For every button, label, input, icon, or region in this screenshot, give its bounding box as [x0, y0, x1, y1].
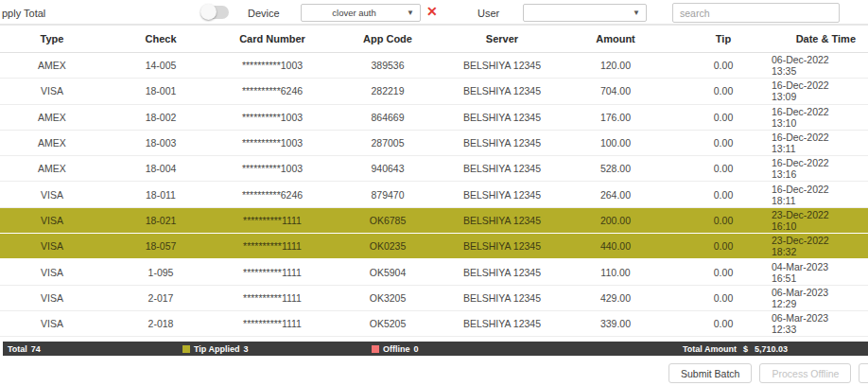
table-body: AMEX14-005**********1003389536BELSHIYA 1…: [0, 53, 868, 337]
total-amount-value: 5,710.03: [755, 344, 788, 354]
table-cell: 18-004: [104, 156, 217, 181]
table-cell: 04-Mar-2023 16:51: [772, 259, 868, 284]
table-cell: 18-002: [104, 105, 217, 130]
user-select[interactable]: ▼: [523, 4, 647, 22]
currency-symbol: $: [743, 344, 748, 354]
apply-total-toggle[interactable]: [202, 6, 229, 19]
offline-legend: Offline 0: [372, 344, 419, 354]
table-cell: 879470: [327, 182, 448, 206]
table-cell: 16-Dec-2022 13:10: [772, 105, 868, 130]
table-cell: 14-005: [104, 53, 217, 78]
tip-applied-count: 3: [244, 344, 249, 354]
table-row[interactable]: VISA1-095**********1111OK5904BELSHIYA 12…: [0, 259, 868, 285]
process-offline-button[interactable]: Process Offline: [759, 363, 851, 383]
table-cell: OK5904: [327, 259, 448, 284]
tip-applied-legend: Tip Applied 3: [182, 344, 249, 354]
table-cell: AMEX: [0, 105, 104, 130]
total-amount-label: Total Amount: [683, 344, 737, 354]
table-cell: BELSHIYA 12345: [448, 259, 556, 284]
table-cell: 200.00: [556, 208, 675, 233]
print-button[interactable]: Print: [859, 363, 868, 383]
table-cell: 2-018: [104, 311, 217, 336]
table-cell: OK6785: [327, 208, 448, 233]
table-cell: 0.00: [675, 259, 772, 284]
offline-count: 0: [414, 344, 419, 354]
chevron-down-icon: ▼: [407, 9, 420, 17]
table-cell: 16-Dec-2022 13:09: [772, 79, 868, 103]
table-row[interactable]: VISA18-011**********6246879470BELSHIYA 1…: [0, 182, 868, 207]
table-cell: 16-Dec-2022 18:11: [772, 182, 868, 206]
table-cell: 940643: [327, 156, 448, 181]
table-cell: 1-095: [104, 259, 217, 284]
table-cell: OK5205: [327, 311, 448, 336]
table-cell: 0.00: [675, 234, 772, 258]
table-cell: BELSHIYA 12345: [448, 208, 556, 233]
table-row[interactable]: VISA18-057**********1111OK0235BELSHIYA 1…: [0, 234, 868, 259]
column-header: App Code: [327, 26, 448, 52]
table-cell: 23-Dec-2022 16:10: [772, 208, 868, 233]
table-cell: AMEX: [0, 53, 104, 78]
total-count-legend: Total 74: [8, 344, 41, 354]
table-cell: 120.00: [556, 53, 675, 78]
table-cell: 16-Dec-2022 13:11: [772, 131, 868, 155]
table-cell: OK0235: [327, 234, 448, 258]
device-label: Device: [248, 8, 280, 19]
table-cell: BELSHIYA 12345: [448, 182, 556, 206]
table-row[interactable]: AMEX18-004**********1003940643BELSHIYA 1…: [0, 156, 868, 182]
table-cell: 23-Dec-2022 18:32: [772, 234, 868, 258]
table-cell: BELSHIYA 12345: [448, 311, 556, 336]
user-label: User: [477, 8, 499, 19]
table-cell: BELSHIYA 12345: [448, 79, 556, 103]
tip-applied-swatch-icon: [182, 345, 190, 353]
table-cell: 18-003: [104, 131, 217, 155]
table-cell: 18-011: [104, 182, 217, 206]
table-row[interactable]: AMEX14-005**********1003389536BELSHIYA 1…: [0, 53, 868, 79]
column-header: Amount: [556, 26, 675, 52]
table-row[interactable]: VISA18-021**********1111OK6785BELSHIYA 1…: [0, 208, 868, 234]
table-row[interactable]: VISA18-001**********6246282219BELSHIYA 1…: [0, 79, 868, 104]
table-row[interactable]: VISA2-017**********1111OK3205BELSHIYA 12…: [0, 286, 868, 311]
table-cell: 864669: [327, 105, 448, 130]
device-select[interactable]: clover auth ▼: [301, 4, 421, 22]
offline-label: Offline: [383, 344, 410, 354]
table-cell: **********1003: [217, 156, 327, 181]
table-cell: VISA: [0, 286, 104, 310]
table-cell: BELSHIYA 12345: [448, 105, 556, 130]
table-cell: 110.00: [556, 259, 675, 284]
table-row[interactable]: VISA2-018**********1111OK5205BELSHIYA 12…: [0, 311, 868, 337]
search-input[interactable]: [672, 3, 840, 23]
offline-swatch-icon: [372, 345, 379, 353]
table-header: TypeCheckCard NumberApp CodeServerAmount…: [0, 26, 868, 53]
chevron-down-icon: ▼: [633, 9, 646, 17]
table-cell: **********6246: [217, 79, 327, 103]
table-row[interactable]: AMEX18-003**********1003287005BELSHIYA 1…: [0, 131, 868, 156]
column-header: Tip: [675, 26, 772, 52]
clear-device-icon[interactable]: ✕: [426, 4, 438, 20]
table-cell: 0.00: [675, 311, 772, 336]
toggle-knob: [200, 4, 217, 20]
table-cell: 2-017: [104, 286, 217, 310]
table-cell: 0.00: [675, 156, 772, 181]
table-cell: **********1003: [217, 131, 327, 155]
table-cell: VISA: [0, 259, 104, 284]
table-cell: 0.00: [675, 182, 772, 206]
table-cell: 389536: [327, 53, 448, 78]
table-cell: VISA: [0, 79, 104, 103]
table-cell: 06-Mar-2023 12:29: [772, 286, 868, 310]
column-header: Card Number: [217, 26, 327, 52]
table-cell: BELSHIYA 12345: [448, 131, 556, 155]
submit-batch-button[interactable]: Submit Batch: [668, 363, 752, 383]
table-cell: 0.00: [675, 286, 772, 310]
table-cell: 287005: [327, 131, 448, 155]
table-cell: 528.00: [556, 156, 675, 181]
action-buttons: Submit Batch Process Offline Print: [668, 363, 868, 383]
table-cell: BELSHIYA 12345: [448, 234, 556, 258]
table-row[interactable]: AMEX18-002**********1003864669BELSHIYA 1…: [0, 105, 868, 131]
total-label: Total: [8, 344, 27, 354]
table-cell: 06-Mar-2023 12:33: [772, 311, 868, 336]
table-cell: VISA: [0, 311, 104, 336]
table-cell: **********6246: [217, 182, 327, 206]
table-cell: 0.00: [675, 105, 772, 130]
table-cell: 0.00: [675, 131, 772, 155]
table-cell: BELSHIYA 12345: [448, 156, 556, 181]
